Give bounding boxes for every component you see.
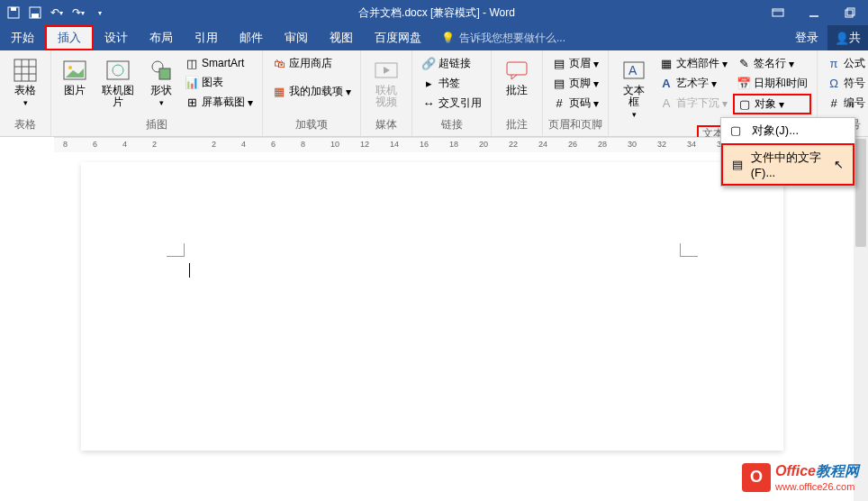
minimize-icon[interactable] [796,0,832,25]
myaddins-button[interactable]: ▦我的加载项 ▾ [268,82,355,101]
svg-rect-3 [32,14,39,18]
number-button[interactable]: #编号 [823,94,868,113]
svg-rect-8 [847,8,854,15]
tab-view[interactable]: 视图 [319,25,364,50]
restore-icon[interactable] [832,0,868,25]
smartart-icon: ◫ [185,56,199,70]
share-button[interactable]: 👤共 [827,25,868,50]
picture-icon [60,56,89,85]
redo-icon[interactable]: ↷▾ [68,3,88,23]
tab-mail[interactable]: 邮件 [229,25,274,50]
chart-button[interactable]: 📊图表 [181,73,257,92]
textfile-icon: ▤ [732,158,744,172]
table-icon [11,56,40,85]
group-links: 🔗超链接 ▸书签 ↔交叉引用 链接 [412,50,492,136]
header-icon: ▤ [552,57,566,71]
window-title: 合并文档.docx [兼容模式] - Word [113,5,760,21]
tab-insert[interactable]: 插入 [45,25,94,50]
signature-icon: ✎ [737,57,751,71]
autosave-icon[interactable] [4,3,23,23]
chart-icon: 📊 [185,76,199,90]
object-button[interactable]: ▢对象 ▾ [733,94,811,114]
screenshot-icon: ⊞ [185,96,199,110]
group-addins: 🛍应用商店 ▦我的加载项 ▾ 加载项 [263,50,361,136]
margin-corner-tl [167,243,185,257]
comment-icon [502,56,531,85]
watermark-logo-icon: O [742,463,771,492]
tab-design[interactable]: 设计 [94,25,139,50]
ribbon-options-icon[interactable] [760,0,796,25]
datetime-icon: 📅 [737,77,751,91]
group-comments: 批注 批注 [492,50,543,136]
margin-corner-tr [680,243,698,257]
smartart-button[interactable]: ◫SmartArt [181,54,257,72]
dropcap-button[interactable]: A首字下沉 ▾ [656,94,731,113]
shapes-icon [147,56,176,85]
lightbulb-icon: 💡 [441,32,455,44]
tab-baidu[interactable]: 百度网盘 [364,25,432,50]
qat-customize-icon[interactable]: ▾ [90,3,110,23]
login-button[interactable]: 登录 [786,30,827,46]
group-media: 联机视频 媒体 [361,50,412,136]
svg-rect-4 [773,9,783,16]
undo-icon[interactable]: ↶▾ [47,3,67,23]
svg-point-17 [113,65,123,76]
dropdown-text-from-file[interactable]: ▤ 文件中的文字(F)... ↖ [721,143,854,186]
online-picture-icon [104,56,132,85]
bookmark-button[interactable]: ▸书签 [418,74,485,93]
wordart-icon: A [659,77,674,91]
crossref-icon: ↔ [421,96,436,111]
hyperlink-button[interactable]: 🔗超链接 [418,54,485,73]
symbol-button[interactable]: Ω符号 ▾ [823,74,868,93]
svg-rect-7 [845,10,853,17]
footer-icon: ▤ [552,77,566,91]
symbol-icon: Ω [827,77,841,91]
shapes-button[interactable]: 形状▾ [143,54,179,110]
video-button[interactable]: 联机视频 [366,54,406,110]
footer-button[interactable]: ▤页脚 ▾ [548,74,602,93]
object-item-icon: ▢ [730,123,745,138]
svg-rect-21 [507,62,527,75]
tables-button[interactable]: 表格▾ [5,54,45,110]
datetime-button[interactable]: 📅日期和时间 [733,74,811,93]
pagenum-icon: # [552,96,566,111]
group-headerfooter: ▤页眉 ▾ ▤页脚 ▾ #页码 ▾ 页眉和页脚 [543,50,609,136]
sigline-button[interactable]: ✎签名行 ▾ [733,54,811,73]
pictures-button[interactable]: 图片 [57,54,93,98]
quickparts-button[interactable]: ▦文档部件 ▾ [656,54,731,73]
store-icon: 🛍 [272,57,286,71]
watermark: O Office教程网 www.office26.com [742,462,859,492]
document-page[interactable] [81,162,783,451]
crossref-button[interactable]: ↔交叉引用 [418,94,485,113]
save-icon[interactable] [25,3,45,23]
svg-rect-19 [159,68,170,79]
header-button[interactable]: ▤页眉 ▾ [548,54,602,73]
dropdown-object[interactable]: ▢ 对象(J)... [721,118,854,143]
bookmark-icon: ▸ [421,77,436,91]
svg-text:A: A [628,63,637,77]
quickparts-icon: ▦ [659,57,674,71]
wordart-button[interactable]: A艺术字 ▾ [656,74,731,93]
tab-reference[interactable]: 引用 [184,25,229,50]
tab-review[interactable]: 审阅 [274,25,319,50]
text-cursor [189,263,190,278]
store-button[interactable]: 🛍应用商店 [268,54,355,73]
pagenum-button[interactable]: #页码 ▾ [548,94,602,113]
tab-layout[interactable]: 布局 [139,25,184,50]
tab-start[interactable]: 开始 [0,25,45,50]
addins-icon: ▦ [272,85,286,99]
scrollbar-thumb[interactable] [855,139,866,247]
group-illustrations: 图片 联机图片 形状▾ ◫SmartArt 📊图表 ⊞屏幕截图 ▾ 插图 [51,50,263,136]
video-icon [372,56,401,85]
tell-me-search[interactable]: 💡告诉我您想要做什么... [432,31,574,46]
equation-button[interactable]: π公式 ▾ [823,54,868,73]
comment-button[interactable]: 批注 [497,54,537,98]
person-icon: 👤 [835,32,849,45]
screenshot-button[interactable]: ⊞屏幕截图 ▾ [181,93,257,112]
online-pictures-button[interactable]: 联机图片 [95,54,141,110]
equation-icon: π [827,57,841,71]
group-tables: 表格▾ 表格 [0,50,51,136]
vertical-scrollbar[interactable] [854,137,868,501]
textbox-button[interactable]: A 文本框▾ [614,54,654,123]
number-icon: # [827,96,841,111]
